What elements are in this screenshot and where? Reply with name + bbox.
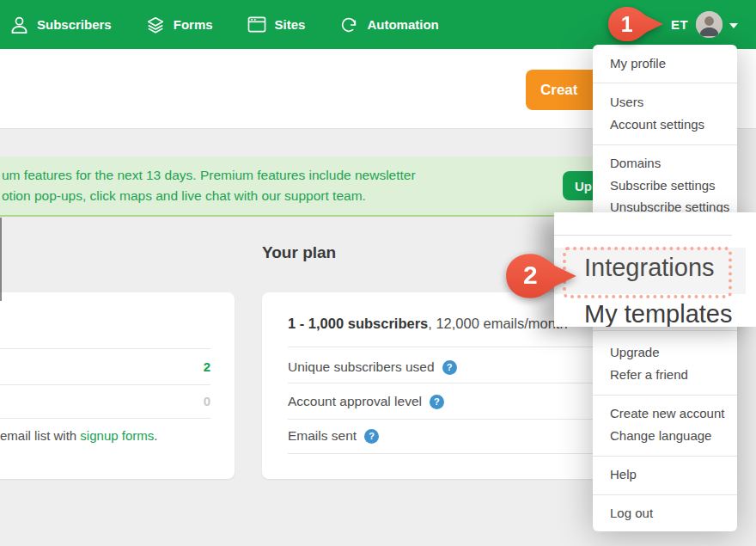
usage-value-subscribers: 2 (125, 359, 210, 374)
plan-row-subscribers-used: Unique subscribers used ? (288, 359, 457, 376)
menu-item-my-templates[interactable]: My templates (584, 300, 732, 327)
plan-row-label: Account approval level (288, 394, 422, 409)
menu-divider (593, 83, 737, 83)
annotation-number: 1 (607, 12, 648, 37)
menu-item-upgrade[interactable]: Upgrade (610, 341, 729, 364)
nav-item-forms[interactable]: Forms (146, 15, 213, 34)
sync-icon (339, 15, 358, 34)
menu-divider (593, 330, 737, 331)
usage-footer-period: . (154, 428, 157, 443)
plan-title-bold: 1 - 1,000 subscribers (288, 316, 428, 331)
menu-divider (593, 494, 737, 495)
menu-item-change-language[interactable]: Change language (610, 425, 729, 447)
chevron-down-icon[interactable] (729, 23, 738, 28)
plan-row-emails-sent: Emails sent ? (288, 427, 379, 445)
menu-item-my-profile[interactable]: My profile (610, 52, 729, 75)
menu-item-subscribe-settings[interactable]: Subscribe settings (610, 175, 729, 197)
layers-icon (146, 15, 165, 34)
usage-value-secondary: 0 (125, 394, 210, 408)
person-icon (10, 15, 28, 34)
menu-divider (593, 456, 737, 457)
divider (0, 384, 210, 385)
annotation-step-1: 1 (607, 6, 665, 42)
trial-banner-line2: otion pop-ups, click maps and live chat … (2, 186, 416, 206)
browser-icon (247, 16, 266, 33)
menu-item-account-settings[interactable]: Account settings (610, 113, 729, 136)
zoom-callout: Integrations My templates (554, 212, 756, 327)
plan-row-label: Unique subscribers used (288, 359, 435, 375)
nav-label: Forms (174, 17, 213, 32)
menu-item-help[interactable]: Help (610, 463, 729, 486)
nav-item-automation[interactable]: Automation (339, 15, 438, 34)
page-title: Your plan (262, 243, 336, 262)
nav-label: Sites (275, 17, 306, 32)
annotation-step-2: 2 (505, 252, 577, 300)
menu-item-domains[interactable]: Domains (610, 152, 729, 175)
help-icon[interactable]: ? (442, 360, 457, 375)
trial-banner-text: um features for the next 13 days. Premiu… (2, 165, 416, 206)
nav-item-sites[interactable]: Sites (247, 16, 306, 33)
menu-item-refer-a-friend[interactable]: Refer a friend (610, 364, 729, 386)
nav-label: Subscribers (37, 17, 112, 32)
menu-divider (593, 395, 737, 396)
signup-forms-link[interactable]: signup forms (80, 428, 154, 443)
nav-item-subscribers[interactable]: Subscribers (10, 15, 112, 34)
annotation-number: 2 (505, 261, 556, 290)
plan-title: 1 - 1,000 subscribers, 12,000 emails/mon… (288, 316, 568, 332)
menu-item-create-new-account[interactable]: Create new account (610, 402, 729, 425)
help-icon[interactable]: ? (364, 429, 379, 444)
plan-row-approval-level: Account approval level ? (288, 393, 444, 410)
menu-divider (554, 235, 732, 236)
menu-item-log-out[interactable]: Log out (610, 502, 729, 525)
plan-row-label: Emails sent (288, 428, 357, 444)
usage-footer-text: email list with (0, 428, 80, 443)
left-edge-line (0, 218, 2, 301)
usage-card: 2 0 email list with signup forms. (0, 292, 235, 479)
highlight-dotted-border (563, 247, 732, 298)
divider (0, 418, 210, 419)
plan-title-rest: , 12,000 emails/month (428, 316, 567, 331)
menu-item-users[interactable]: Users (610, 91, 729, 113)
divider (0, 348, 210, 349)
user-initials: ET (671, 17, 688, 32)
usage-footer: email list with signup forms. (0, 428, 157, 443)
help-icon[interactable]: ? (430, 395, 444, 409)
avatar[interactable] (696, 11, 722, 38)
nav-label: Automation (367, 17, 438, 32)
trial-banner-line1: um features for the next 13 days. Premiu… (2, 165, 416, 186)
menu-divider (593, 144, 737, 145)
